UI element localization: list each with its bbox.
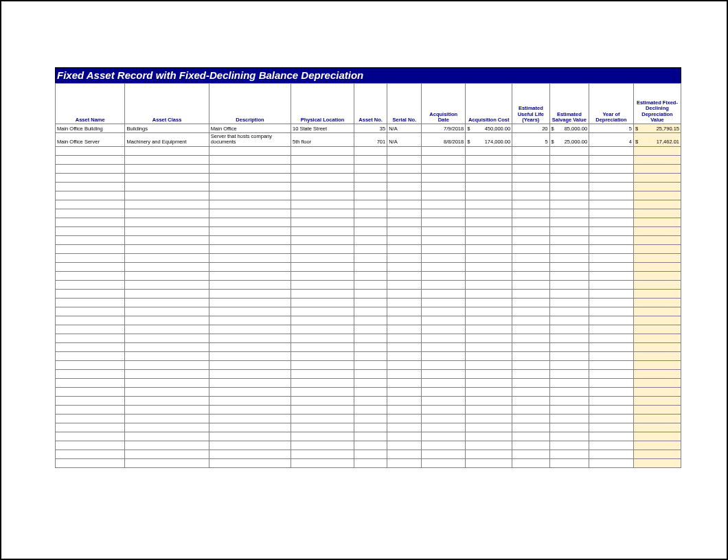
cell-empty[interactable]	[422, 244, 466, 253]
cell-empty[interactable]	[125, 298, 209, 307]
cell-empty[interactable]	[125, 351, 209, 360]
cell-empty[interactable]	[125, 423, 209, 432]
cell-empty[interactable]	[422, 396, 466, 405]
cell-empty[interactable]	[549, 191, 589, 200]
cell-empty[interactable]	[291, 423, 354, 432]
cell-empty[interactable]	[291, 271, 354, 280]
cell-empty[interactable]	[633, 218, 681, 226]
cell-empty[interactable]	[209, 298, 291, 307]
cell-empty[interactable]	[512, 298, 549, 307]
cell-empty[interactable]	[422, 307, 466, 316]
cell-empty[interactable]	[466, 432, 512, 441]
cell-empty[interactable]	[589, 155, 634, 164]
cell-empty[interactable]	[589, 342, 634, 351]
cell-empty[interactable]	[387, 325, 422, 334]
cell-empty[interactable]	[422, 378, 466, 387]
table-row[interactable]	[56, 432, 681, 441]
cell-useful-life[interactable]: 5	[512, 133, 549, 147]
table-row[interactable]	[56, 369, 681, 378]
cell-empty[interactable]	[209, 387, 291, 396]
cell-empty[interactable]	[549, 200, 589, 209]
cell-empty[interactable]	[209, 360, 291, 369]
cell-empty[interactable]	[56, 218, 125, 226]
cell-empty[interactable]	[549, 307, 589, 316]
cell-empty[interactable]	[589, 244, 634, 253]
cell-empty[interactable]	[387, 182, 422, 191]
cell-empty[interactable]	[466, 155, 512, 164]
cell-empty[interactable]	[387, 307, 422, 316]
cell-empty[interactable]	[512, 405, 549, 414]
cell-empty[interactable]	[125, 414, 209, 423]
cell-empty[interactable]	[56, 209, 125, 218]
cell-empty[interactable]	[354, 271, 387, 280]
cell-empty[interactable]	[549, 378, 589, 387]
cell-empty[interactable]	[549, 164, 589, 173]
cell-empty[interactable]	[633, 244, 681, 253]
cell-empty[interactable]	[291, 182, 354, 191]
cell-empty[interactable]	[512, 387, 549, 396]
cell-empty[interactable]	[209, 316, 291, 325]
cell-asset-no[interactable]: 35	[354, 124, 387, 133]
cell-empty[interactable]	[512, 316, 549, 325]
cell-empty[interactable]	[354, 173, 387, 182]
cell-empty[interactable]	[512, 182, 549, 191]
cell-empty[interactable]	[633, 342, 681, 351]
cell-empty[interactable]	[512, 235, 549, 244]
cell-empty[interactable]	[125, 155, 209, 164]
cell-empty[interactable]	[422, 405, 466, 414]
cell-empty[interactable]	[422, 334, 466, 342]
cell-empty[interactable]	[589, 271, 634, 280]
cell-empty[interactable]	[512, 173, 549, 182]
cell-empty[interactable]	[589, 280, 634, 289]
cell-empty[interactable]	[466, 209, 512, 218]
cell-empty[interactable]	[512, 200, 549, 209]
cell-empty[interactable]	[387, 218, 422, 226]
cell-empty[interactable]	[56, 369, 125, 378]
table-row[interactable]	[56, 423, 681, 432]
cell-empty[interactable]	[354, 155, 387, 164]
cell-empty[interactable]	[354, 262, 387, 271]
cell-empty[interactable]	[125, 334, 209, 342]
table-row[interactable]	[56, 218, 681, 226]
cell-empty[interactable]	[466, 191, 512, 200]
cell-empty[interactable]	[512, 164, 549, 173]
cell-empty[interactable]	[633, 369, 681, 378]
cell-empty[interactable]	[209, 423, 291, 432]
cell-empty[interactable]	[56, 450, 125, 458]
cell-empty[interactable]	[56, 378, 125, 387]
cell-empty[interactable]	[589, 458, 634, 467]
cell-empty[interactable]	[209, 378, 291, 387]
cell-dep-value[interactable]: $25,790.15	[633, 124, 681, 133]
cell-empty[interactable]	[125, 450, 209, 458]
table-row[interactable]	[56, 351, 681, 360]
cell-empty[interactable]	[56, 441, 125, 450]
cell-empty[interactable]	[291, 235, 354, 244]
cell-empty[interactable]	[56, 458, 125, 467]
cell-empty[interactable]	[125, 342, 209, 351]
cell-empty[interactable]	[633, 441, 681, 450]
cell-empty[interactable]	[466, 378, 512, 387]
cell-empty[interactable]	[589, 253, 634, 262]
cell-empty[interactable]	[354, 280, 387, 289]
cell-empty[interactable]	[633, 209, 681, 218]
cell-empty[interactable]	[209, 226, 291, 235]
cell-empty[interactable]	[387, 146, 422, 155]
table-row[interactable]	[56, 191, 681, 200]
cell-empty[interactable]	[354, 414, 387, 423]
table-row[interactable]	[56, 458, 681, 467]
cell-empty[interactable]	[387, 271, 422, 280]
cell-empty[interactable]	[209, 271, 291, 280]
cell-empty[interactable]	[291, 298, 354, 307]
table-row[interactable]	[56, 209, 681, 218]
table-row[interactable]	[56, 334, 681, 342]
cell-empty[interactable]	[549, 262, 589, 271]
cell-empty[interactable]	[633, 155, 681, 164]
cell-empty[interactable]	[422, 298, 466, 307]
cell-empty[interactable]	[589, 378, 634, 387]
cell-empty[interactable]	[56, 182, 125, 191]
table-row[interactable]	[56, 307, 681, 316]
cell-empty[interactable]	[387, 423, 422, 432]
cell-empty[interactable]	[291, 253, 354, 262]
cell-empty[interactable]	[633, 334, 681, 342]
cell-empty[interactable]	[209, 432, 291, 441]
